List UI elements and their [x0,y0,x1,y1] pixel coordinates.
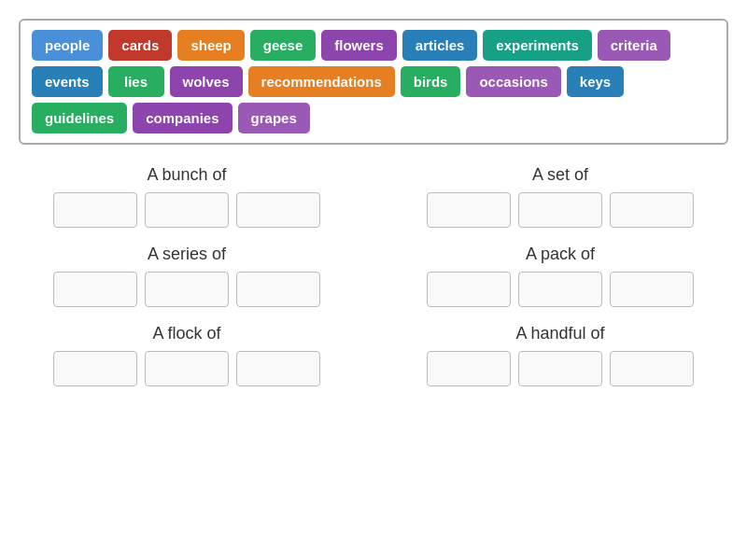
drop-slot-handful-1[interactable] [518,351,602,386]
word-chip-people[interactable]: people [32,30,103,61]
word-chip-flowers[interactable]: flowers [321,30,397,61]
word-chip-wolves[interactable]: wolves [170,66,243,97]
word-chip-geese[interactable]: geese [250,30,317,61]
category-label-series: A series of [148,245,226,264]
category-label-set: A set of [532,165,588,185]
category-label-handful: A handful of [515,324,604,343]
drop-slot-flock-0[interactable] [53,351,137,386]
drop-slot-pack-1[interactable] [518,272,602,307]
drop-slots-set [427,192,694,228]
drop-slot-set-0[interactable] [427,192,511,228]
drop-slots-series [53,272,320,307]
drop-slot-handful-0[interactable] [427,351,511,386]
category-label-bunch: A bunch of [147,165,226,185]
drop-slot-set-1[interactable] [518,192,602,228]
word-chip-cards[interactable]: cards [108,30,172,61]
word-bank: peoplecardssheepgeeseflowersarticlesexpe… [19,19,728,145]
word-chip-articles[interactable]: articles [402,30,478,61]
word-chip-occasions[interactable]: occasions [466,66,560,97]
drop-slot-flock-2[interactable] [236,351,320,386]
drop-slots-flock [53,351,320,386]
word-chip-events[interactable]: events [32,66,103,97]
drop-slot-series-0[interactable] [53,272,137,307]
drop-slot-set-2[interactable] [610,192,694,228]
drop-slots-handful [427,351,694,386]
drop-slots-bunch [53,192,320,228]
drop-slot-pack-0[interactable] [427,272,511,307]
drop-slot-handful-2[interactable] [610,351,694,386]
drop-slot-series-1[interactable] [145,272,229,307]
drop-slot-series-2[interactable] [236,272,320,307]
category-bunch: A bunch of [19,165,355,228]
drop-slots-pack [427,272,694,307]
word-chip-companies[interactable]: companies [133,103,232,133]
word-chip-experiments[interactable]: experiments [483,30,591,61]
word-chip-sheep[interactable]: sheep [177,30,244,61]
drop-slot-bunch-2[interactable] [236,192,320,228]
category-label-pack: A pack of [526,245,595,264]
drop-slot-flock-1[interactable] [145,351,229,386]
drop-slot-bunch-0[interactable] [53,192,137,228]
category-label-flock: A flock of [152,324,220,343]
drop-slot-pack-2[interactable] [610,272,694,307]
word-chip-birds[interactable]: birds [401,66,461,97]
word-chip-keys[interactable]: keys [567,66,624,97]
category-flock: A flock of [19,324,355,386]
category-series: A series of [19,245,355,307]
word-chip-recommendations[interactable]: recommendations [248,66,395,97]
word-chip-grapes[interactable]: grapes [238,103,310,133]
categories-area: A bunch ofA set ofA series ofA pack ofA … [19,165,728,386]
category-handful: A handful of [392,324,728,386]
category-pack: A pack of [392,245,728,307]
word-chip-guidelines[interactable]: guidelines [32,103,127,133]
word-chip-criteria[interactable]: criteria [598,30,670,61]
category-set: A set of [392,165,728,228]
drop-slot-bunch-1[interactable] [145,192,229,228]
word-chip-lies[interactable]: lies [108,66,164,97]
